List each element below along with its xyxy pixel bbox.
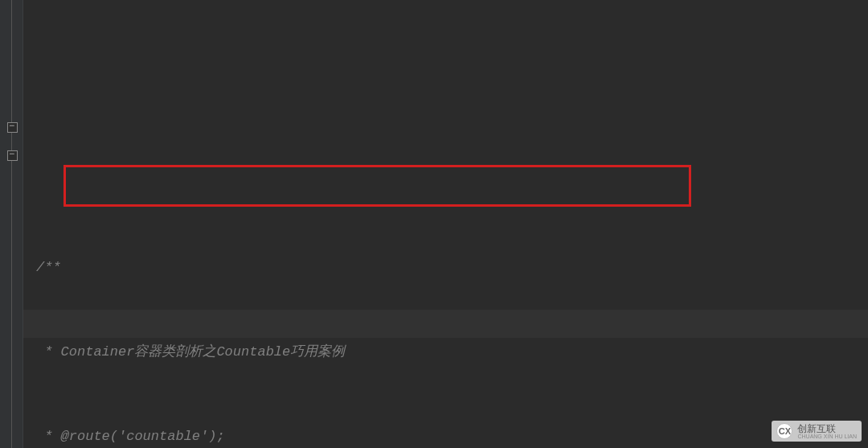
comment-block-start: /** [36, 260, 61, 275]
watermark: CX 创新互联 CHUANG XIN HU LIAN [772, 421, 862, 442]
gutter [0, 0, 23, 448]
comment-annotation: * @route('countable'); [36, 429, 225, 444]
watermark-brand: 创新互联 [797, 424, 857, 434]
code-area[interactable]: /** * Container容器类剖析之Countable巧用案例 * @ro… [23, 0, 868, 448]
code-editor[interactable]: /** * Container容器类剖析之Countable巧用案例 * @ro… [0, 0, 868, 448]
watermark-sub: CHUANG XIN HU LIAN [797, 434, 857, 439]
watermark-logo-icon: CX [776, 423, 792, 439]
fold-marker-icon[interactable] [7, 150, 18, 161]
annotation-box [63, 165, 691, 207]
comment-text: * Container容器类剖析之Countable巧用案例 [36, 344, 345, 360]
fold-marker-icon[interactable] [7, 122, 18, 133]
current-line-highlight [23, 310, 868, 338]
